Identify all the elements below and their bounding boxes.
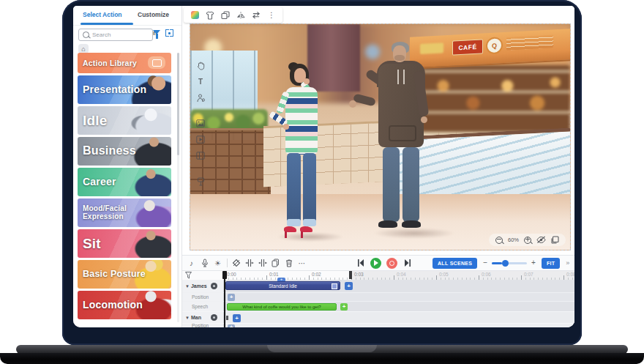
zoom-in-icon[interactable] <box>524 237 531 244</box>
search-input[interactable]: Search <box>78 29 153 41</box>
ruler-tick-label: 0:01 <box>269 272 279 277</box>
category-list: Action Library Presentation Idle Busines… <box>78 53 171 322</box>
category-action-library[interactable]: Action Library <box>78 53 171 73</box>
more-options-icon[interactable]: ⋯ <box>297 259 307 268</box>
transport-controls <box>356 258 412 269</box>
swap-icon[interactable] <box>252 11 261 20</box>
category-locomotion[interactable]: Locomotion <box>78 291 171 319</box>
timeline-toolbar: ♪ ☀ <box>182 255 574 271</box>
category-career[interactable]: Career <box>78 168 171 196</box>
add-position-button[interactable]: + <box>228 324 235 327</box>
record-icon[interactable] <box>386 258 397 269</box>
clip-start-marker <box>226 316 228 320</box>
layers-icon[interactable] <box>221 11 230 20</box>
key-icon[interactable] <box>231 259 241 268</box>
skip-start-icon[interactable] <box>356 259 365 268</box>
track-label-speech[interactable]: Speech <box>182 302 224 311</box>
add-action-button[interactable]: + <box>233 314 241 322</box>
library-icon <box>148 56 165 69</box>
image-icon[interactable] <box>196 119 206 128</box>
category-mood-facial-expression[interactable]: Mood/Facial Expression <box>78 198 171 227</box>
slider-track[interactable] <box>492 262 527 264</box>
add-speech-button[interactable]: + <box>340 303 348 311</box>
timeline: 0:000:010:020:030:040:050:060:070:08 ▼ J… <box>182 271 574 327</box>
laptop-base-shadow <box>0 353 644 364</box>
ruler-tick-label: 0:05 <box>439 272 449 277</box>
filter-icon[interactable] <box>153 30 160 34</box>
clip-loop-toggle[interactable] <box>332 283 337 289</box>
color-style-icon[interactable] <box>190 11 199 20</box>
frame-icon[interactable] <box>551 236 559 244</box>
track-man: ▼ Man + <box>182 311 574 323</box>
add-action-button[interactable]: + <box>345 282 353 290</box>
track-label-james[interactable]: ▼ James <box>182 280 224 292</box>
cafe-sign: CAFÉ <box>452 39 483 55</box>
track-james-position: Position + <box>182 292 574 301</box>
action-clip[interactable]: Standard Idle <box>225 281 340 290</box>
scene-end-marker[interactable] <box>349 271 352 279</box>
character-woman[interactable] <box>263 61 331 239</box>
panel-icon[interactable] <box>196 151 206 160</box>
more-icon[interactable]: ⋮ <box>267 11 276 20</box>
add-position-button[interactable]: + <box>228 294 235 301</box>
playhead[interactable] <box>224 271 225 327</box>
effect-icon[interactable]: ☀ <box>213 259 222 268</box>
category-presentation[interactable]: Presentation <box>78 75 171 104</box>
tab-select-action[interactable]: Select Action <box>83 6 122 24</box>
laptop-base-notch <box>267 345 377 352</box>
track-label-man[interactable]: ▼ Man <box>182 312 224 323</box>
fit-button[interactable]: FIT <box>542 258 560 269</box>
all-scenes-button[interactable]: ALL SCENES <box>433 258 477 269</box>
tab-customize-action[interactable]: Customize Action <box>138 6 181 24</box>
delete-icon[interactable] <box>284 259 293 268</box>
play-icon[interactable] <box>370 258 381 269</box>
text-icon[interactable]: T <box>196 77 206 86</box>
preview-icon[interactable] <box>536 236 546 244</box>
search-row: Search <box>73 27 181 42</box>
align-left-icon[interactable] <box>244 259 254 268</box>
character-man[interactable] <box>355 42 443 231</box>
track-man-position: Position + <box>182 323 574 327</box>
timeline-zoom-slider: − + <box>483 259 536 267</box>
hand-icon[interactable] <box>196 61 206 70</box>
copy-icon[interactable] <box>271 259 280 268</box>
chevron-down-icon[interactable]: ▼ <box>185 316 190 320</box>
category-basic-posture[interactable]: Basic Posture <box>78 260 171 289</box>
chevron-down-icon[interactable]: ▼ <box>185 284 190 289</box>
zoom-out-icon[interactable] <box>495 237 503 244</box>
character-icon[interactable] <box>196 93 206 103</box>
media-icon[interactable] <box>196 135 206 144</box>
zoom-minus[interactable]: − <box>483 259 487 267</box>
collapse-icon[interactable]: » <box>566 259 569 267</box>
track-label-position[interactable]: Position <box>182 324 224 327</box>
skip-end-icon[interactable] <box>402 259 412 268</box>
career-thumbnail <box>126 168 171 196</box>
panel-scrollbar[interactable] <box>177 53 179 322</box>
music-icon[interactable]: ♪ <box>187 259 196 268</box>
ruler-tick-label: 0:03 <box>354 272 364 277</box>
category-business[interactable]: Business <box>78 137 171 166</box>
scene-viewport[interactable]: CAFÉ Q <box>190 23 571 250</box>
slider-knob[interactable] <box>502 260 509 267</box>
playhead-handle[interactable] <box>222 271 228 279</box>
sign-icon[interactable] <box>196 177 206 186</box>
ruler-tick-label: 0:00 <box>227 272 236 277</box>
zoom-plus[interactable]: + <box>531 259 536 267</box>
ruler-tick-label: 0:04 <box>397 272 406 277</box>
track-filter-icon[interactable] <box>185 272 192 279</box>
track-camera-icon[interactable] <box>211 314 217 321</box>
mic-icon[interactable] <box>200 259 209 268</box>
align-right-icon[interactable] <box>258 259 267 268</box>
flip-icon[interactable] <box>236 11 245 20</box>
speech-clip[interactable]: What kind of coffe would you like to get… <box>227 303 337 311</box>
track-camera-icon[interactable] <box>211 283 217 289</box>
zoom-level: 60% <box>508 237 519 243</box>
expand-view-icon[interactable] <box>165 29 173 37</box>
idle-thumbnail <box>126 106 171 135</box>
category-sit[interactable]: Sit <box>78 229 171 258</box>
shirt-icon[interactable] <box>206 11 214 20</box>
category-idle[interactable]: Idle <box>78 106 171 135</box>
ruler-tick-label: 0:02 <box>312 272 321 277</box>
track-label-position[interactable]: Position <box>182 293 224 301</box>
zoom-bar: 60% <box>489 234 566 246</box>
